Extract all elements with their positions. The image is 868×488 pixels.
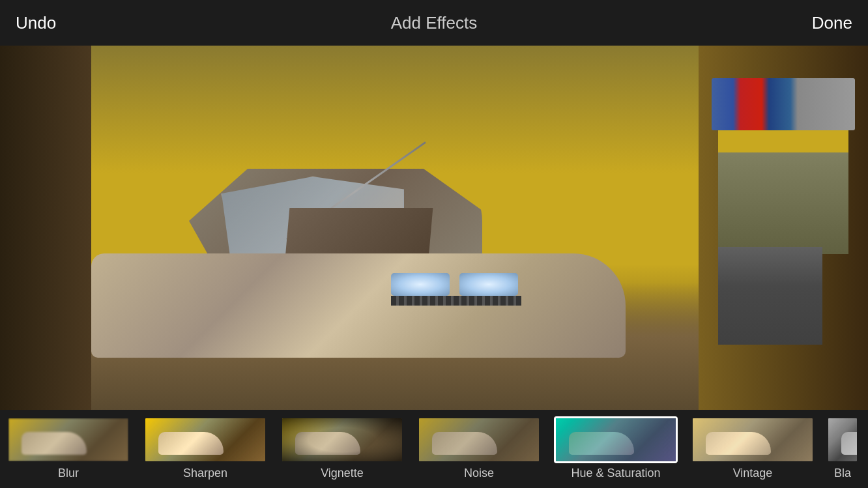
effect-thumb-blur xyxy=(7,416,130,463)
effect-vignette[interactable]: Vignette xyxy=(274,416,411,480)
car-main xyxy=(91,253,626,358)
car-grille xyxy=(391,296,521,306)
effects-bar: Blur Sharpen Vignette Noise Hue & Satura… xyxy=(0,410,868,488)
effect-bw[interactable]: Bla xyxy=(821,416,864,480)
effect-label-vignette: Vignette xyxy=(321,466,364,480)
effect-thumb-noise xyxy=(417,416,541,463)
toolbox xyxy=(718,247,822,345)
effect-blur[interactable]: Blur xyxy=(0,416,137,480)
shelf-items xyxy=(712,78,855,130)
effect-thumb-bw xyxy=(826,416,859,463)
effect-label-bw: Bla xyxy=(834,466,851,480)
car-body xyxy=(91,188,626,358)
headlight-right xyxy=(459,273,518,296)
scene-background xyxy=(0,46,868,410)
undo-button[interactable]: Undo xyxy=(16,13,56,33)
effect-thumb-vignette xyxy=(280,416,404,463)
headlight-left xyxy=(391,273,450,296)
main-video-area xyxy=(0,46,868,410)
effect-noise[interactable]: Noise xyxy=(411,416,547,480)
effect-label-blur: Blur xyxy=(58,466,79,480)
effect-vintage[interactable]: Vintage xyxy=(684,416,821,480)
effect-label-vintage: Vintage xyxy=(733,466,773,480)
effect-thumb-sharpen xyxy=(143,416,267,463)
page-title: Add Effects xyxy=(391,13,478,33)
effect-label-sharpen: Sharpen xyxy=(183,466,227,480)
effect-label-hue-saturation: Hue & Saturation xyxy=(571,466,660,480)
bg-wall-left xyxy=(0,46,91,410)
top-bar: Undo Add Effects Done xyxy=(0,0,868,46)
done-button[interactable]: Done xyxy=(812,13,852,33)
effect-thumb-hue xyxy=(554,416,678,463)
effect-label-noise: Noise xyxy=(464,466,494,480)
effect-hue-saturation[interactable]: Hue & Saturation xyxy=(547,416,684,480)
effect-sharpen[interactable]: Sharpen xyxy=(137,416,274,480)
effect-thumb-vintage xyxy=(691,416,815,463)
